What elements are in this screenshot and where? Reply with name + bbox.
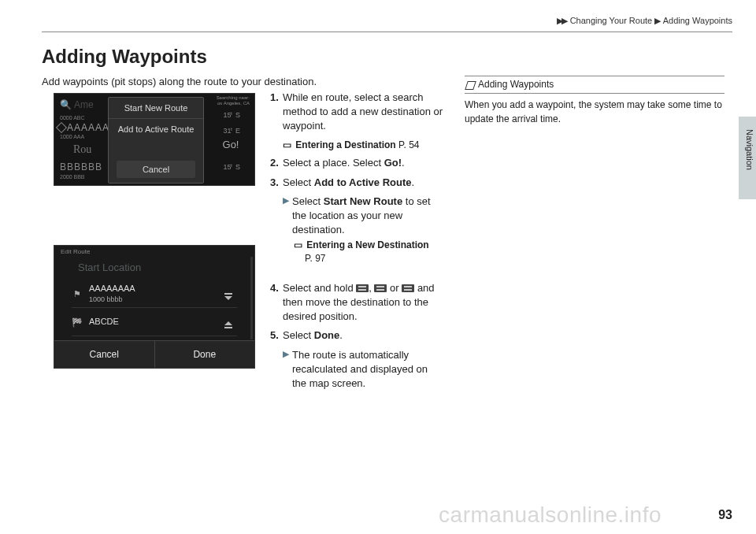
- edit-route-header: Edit Route: [61, 248, 90, 255]
- intro-text: Add waypoints (pit stops) along the rout…: [42, 76, 317, 87]
- step-1-num: 1.: [270, 91, 283, 134]
- info-body: When you add a waypoint, the system may …: [465, 98, 724, 126]
- step-1: 1. While en route, select a search metho…: [270, 91, 443, 134]
- move-up-icon: [402, 284, 414, 292]
- step-3-num: 3.: [270, 176, 283, 190]
- step-4: 4. Select and hold , or and then move th…: [270, 281, 443, 324]
- info-header-icon: [465, 80, 475, 89]
- screenshots-column: 🔍 Ame Searching near: os Angeles, CA 000…: [54, 93, 258, 369]
- steps-column: 1. While en route, select a search metho…: [270, 91, 443, 391]
- step-3-sub-text: Select Start New Route to set the locati…: [292, 195, 443, 238]
- scrollbar[interactable]: [250, 257, 253, 339]
- route-row-1-text: AAAAAAAA 1000 bbbb: [89, 284, 135, 304]
- step-5-num: 5.: [270, 328, 283, 343]
- step-1-ref-page: P. 54: [398, 139, 419, 150]
- step-5: 5. Select Done.: [270, 328, 443, 343]
- go-button[interactable]: Go!: [217, 139, 245, 150]
- step-1-text: While en route, select a search method t…: [283, 91, 443, 134]
- step-3-ref-label: Entering a New Destination: [306, 239, 428, 250]
- step-5-sub: ▶ The route is automatically recalculate…: [283, 348, 443, 391]
- step-3-sub: ▶ Select Start New Route to set the loca…: [283, 195, 443, 238]
- page-title: Adding Waypoints: [42, 46, 207, 68]
- search-icon: 🔍: [60, 99, 72, 110]
- link-icon: ▭: [283, 139, 291, 150]
- step-4-text: Select and hold , or and then move the d…: [283, 281, 443, 324]
- step-3-ref: ▭ Entering a New Destination P. 97: [294, 239, 443, 265]
- triangle-icon: ▶: [283, 195, 289, 238]
- svg-marker-1: [224, 296, 232, 300]
- watermark: carmanualsonline.info: [439, 502, 662, 528]
- move-down-icon: [374, 284, 387, 292]
- near-header: Searching near:: [217, 95, 250, 100]
- step-5-sub-text: The route is automatically recalculated …: [292, 348, 443, 391]
- step-4-num: 4.: [270, 281, 283, 324]
- step-5-text: Select Done.: [283, 328, 443, 343]
- result-sub-1: 0000 ABC: [60, 115, 85, 121]
- info-column: Adding Waypoints When you add a waypoint…: [465, 76, 724, 126]
- route-popup: Start New Route Add to Active Route Canc…: [108, 97, 204, 184]
- dist-1: 15ᵗ S: [223, 111, 240, 119]
- popup-add-active-route[interactable]: Add to Active Route: [109, 118, 203, 139]
- info-header: Adding Waypoints: [465, 76, 724, 94]
- route-row-1[interactable]: ⚑ AAAAAAAA 1000 bbbb: [72, 280, 237, 308]
- popup-start-new-route[interactable]: Start New Route: [109, 98, 203, 118]
- done-button[interactable]: Done: [155, 341, 255, 368]
- step-1-ref: ▭ Entering a Destination P. 54: [283, 139, 443, 152]
- diamond-icon: [56, 122, 67, 133]
- header-rule: [42, 32, 732, 32]
- side-tab-label: Navigation: [745, 129, 754, 170]
- screenshot-edit-route: Edit Route Start Location ⚑ AAAAAAAA 100…: [54, 245, 255, 369]
- result-row-a: AAAAAA: [67, 122, 109, 133]
- route-row-1-line1: AAAAAAAA: [89, 284, 135, 293]
- step-3-ref-page: P. 97: [305, 253, 325, 264]
- info-header-text: Adding Waypoints: [478, 78, 554, 91]
- step-2-num: 2.: [270, 156, 283, 170]
- step-3: 3. Select Add to Active Route.: [270, 176, 443, 190]
- page-number: 93: [718, 508, 732, 522]
- route-row-2-text: ABCDE: [89, 317, 119, 327]
- step-3-text: Select Add to Active Route.: [283, 176, 443, 190]
- dist-2: 31ᵗ E: [223, 127, 240, 135]
- checkered-flag-icon: 🏁: [72, 317, 83, 328]
- breadcrumb-section: Changing Your Route: [570, 16, 653, 25]
- triangle-icon: ▶: [283, 348, 289, 391]
- svg-rect-3: [224, 327, 232, 328]
- dist-3: 15ᵗ S: [223, 163, 240, 171]
- move-up-icon[interactable]: [223, 318, 234, 326]
- route-row-2[interactable]: 🏁 ABCDE: [72, 309, 237, 336]
- step-1-ref-label: Entering a Destination: [295, 139, 395, 150]
- link-icon: ▭: [294, 239, 302, 250]
- result-sub-3: 2000 BBB: [60, 174, 85, 180]
- breadcrumb-arrow-icon: ▶: [654, 16, 659, 25]
- breadcrumb: ▶▶ Changing Your Route ▶ Adding Waypoint…: [557, 16, 732, 26]
- step-2: 2. Select a place. Select Go!.: [270, 156, 443, 170]
- near-city: os Angeles, CA: [217, 101, 250, 106]
- step-2-text: Select a place. Select Go!.: [283, 156, 443, 170]
- start-location-label: Start Location: [78, 261, 141, 273]
- breadcrumb-page: Adding Waypoints: [663, 16, 732, 25]
- result-row-b: BBBBBB: [60, 161, 102, 172]
- route-row-1-line2: 1000 bbbb: [89, 295, 123, 303]
- popup-cancel-button[interactable]: Cancel: [117, 161, 195, 178]
- search-bar: 🔍 Ame: [60, 99, 94, 110]
- cancel-button[interactable]: Cancel: [54, 341, 155, 368]
- search-text: Ame: [74, 99, 94, 110]
- move-down-icon[interactable]: [223, 290, 234, 298]
- screenshot-route-popup: 🔍 Ame Searching near: os Angeles, CA 000…: [54, 93, 255, 186]
- result-sub-2: 1000 AAA: [60, 134, 84, 139]
- edit-route-buttons: Cancel Done: [54, 340, 254, 368]
- drag-handle-icon: [356, 284, 369, 292]
- flag-icon: ⚑: [72, 289, 83, 299]
- result-row-rou: Rou: [73, 143, 91, 156]
- breadcrumb-arrows-icon: ▶▶: [557, 16, 566, 25]
- svg-marker-2: [224, 321, 232, 325]
- svg-rect-0: [224, 293, 232, 295]
